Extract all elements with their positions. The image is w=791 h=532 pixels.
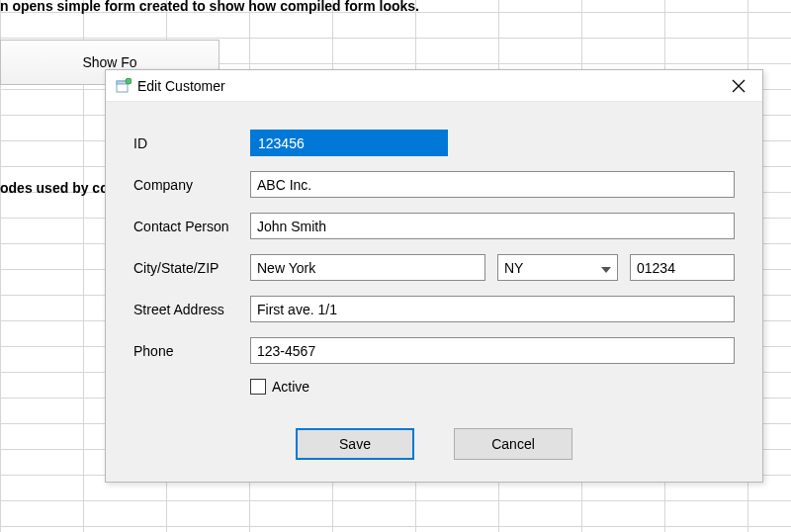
label-street: Street Address [133,302,250,317]
label-csz: City/State/ZIP [133,260,250,276]
zip-input[interactable] [630,254,735,281]
label-active: Active [272,379,309,395]
svg-line-3 [733,80,745,92]
chevron-down-icon [601,260,611,276]
title-bar: Edit Customer [106,70,762,102]
state-select[interactable]: NY [497,254,618,281]
label-contact: Contact Person [133,219,250,234]
city-input[interactable] [250,254,485,281]
cancel-button[interactable]: Cancel [454,428,572,460]
edit-customer-dialog: Edit Customer ID Company Contact Person … [105,69,763,483]
id-input[interactable] [250,130,448,156]
dialog-title: Edit Customer [137,78,225,94]
form-icon [116,78,132,94]
top-text-fragment: n opens simple form created to show how … [0,0,419,14]
form-body: ID Company Contact Person City/State/ZIP… [106,102,762,460]
svg-line-4 [733,80,745,92]
save-button[interactable]: Save [296,428,414,460]
label-id: ID [133,135,250,151]
contact-input[interactable] [250,213,735,239]
close-button[interactable] [727,74,750,98]
svg-point-2 [126,78,132,84]
phone-input[interactable] [250,337,735,364]
company-input[interactable] [250,171,735,198]
label-phone: Phone [133,343,250,359]
street-input[interactable] [250,296,735,322]
active-checkbox[interactable] [250,379,266,395]
label-company: Company [133,177,250,193]
mid-text-fragment: odes used by co [0,180,109,196]
state-value: NY [504,260,523,276]
svg-marker-5 [601,267,611,273]
